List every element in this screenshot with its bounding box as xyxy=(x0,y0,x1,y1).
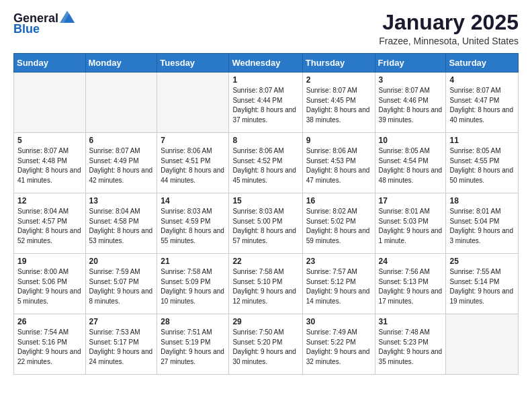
calendar-cell: 27Sunrise: 7:53 AMSunset: 5:17 PMDayligh… xyxy=(85,314,157,375)
calendar-cell: 30Sunrise: 7:49 AMSunset: 5:22 PMDayligh… xyxy=(302,314,375,375)
day-number: 17 xyxy=(379,196,443,205)
day-number: 7 xyxy=(161,136,225,145)
day-number: 30 xyxy=(306,317,371,326)
day-number: 1 xyxy=(232,75,298,85)
day-info: Sunrise: 8:07 AMSunset: 4:47 PMDaylight:… xyxy=(449,86,515,125)
header-sunday: Sunday xyxy=(14,54,86,73)
day-info: Sunrise: 7:59 AMSunset: 5:07 PMDaylight:… xyxy=(89,267,154,306)
day-number: 11 xyxy=(449,136,515,145)
day-number: 20 xyxy=(89,257,154,266)
calendar-cell: 23Sunrise: 7:57 AMSunset: 5:12 PMDayligh… xyxy=(302,254,375,314)
calendar-cell: 11Sunrise: 8:05 AMSunset: 4:55 PMDayligh… xyxy=(446,133,519,193)
day-number: 29 xyxy=(232,317,298,326)
week-row-2: 5Sunrise: 8:07 AMSunset: 4:48 PMDaylight… xyxy=(14,133,519,193)
calendar-cell: 18Sunrise: 8:01 AMSunset: 5:04 PMDayligh… xyxy=(446,193,519,254)
day-number: 14 xyxy=(161,196,225,205)
calendar-cell: 20Sunrise: 7:59 AMSunset: 5:07 PMDayligh… xyxy=(85,254,157,314)
calendar-cell xyxy=(157,73,229,133)
calendar-cell: 2Sunrise: 8:07 AMSunset: 4:45 PMDaylight… xyxy=(302,73,375,133)
day-info: Sunrise: 7:53 AMSunset: 5:17 PMDaylight:… xyxy=(89,328,154,367)
week-row-4: 19Sunrise: 8:00 AMSunset: 5:06 PMDayligh… xyxy=(14,254,519,314)
day-number: 10 xyxy=(379,136,443,145)
calendar-cell: 12Sunrise: 8:04 AMSunset: 4:57 PMDayligh… xyxy=(14,193,86,254)
day-number: 6 xyxy=(89,136,154,145)
day-info: Sunrise: 7:54 AMSunset: 5:16 PMDaylight:… xyxy=(17,328,82,367)
logo-icon xyxy=(60,11,75,23)
header: General Blue January 2025 Frazee, Minnes… xyxy=(13,11,519,46)
day-info: Sunrise: 8:02 AMSunset: 5:02 PMDaylight:… xyxy=(306,207,371,246)
calendar-cell: 14Sunrise: 8:03 AMSunset: 4:59 PMDayligh… xyxy=(157,193,229,254)
day-number: 13 xyxy=(89,196,154,205)
calendar-cell: 28Sunrise: 7:51 AMSunset: 5:19 PMDayligh… xyxy=(157,314,229,375)
day-info: Sunrise: 8:03 AMSunset: 5:00 PMDaylight:… xyxy=(232,207,298,246)
week-row-5: 26Sunrise: 7:54 AMSunset: 5:16 PMDayligh… xyxy=(14,314,519,375)
day-info: Sunrise: 7:57 AMSunset: 5:12 PMDaylight:… xyxy=(306,267,371,306)
day-info: Sunrise: 8:07 AMSunset: 4:45 PMDaylight:… xyxy=(306,86,371,125)
day-info: Sunrise: 7:51 AMSunset: 5:19 PMDaylight:… xyxy=(161,328,225,367)
day-number: 15 xyxy=(232,196,298,205)
calendar-cell: 8Sunrise: 8:06 AMSunset: 4:52 PMDaylight… xyxy=(229,133,302,193)
calendar-cell: 24Sunrise: 7:56 AMSunset: 5:13 PMDayligh… xyxy=(375,254,446,314)
day-info: Sunrise: 8:01 AMSunset: 5:04 PMDaylight:… xyxy=(449,207,515,246)
calendar-cell: 16Sunrise: 8:02 AMSunset: 5:02 PMDayligh… xyxy=(302,193,375,254)
day-info: Sunrise: 8:04 AMSunset: 4:58 PMDaylight:… xyxy=(89,207,154,246)
day-number: 28 xyxy=(161,317,225,326)
day-number: 5 xyxy=(17,136,82,145)
day-number: 12 xyxy=(17,196,82,205)
day-info: Sunrise: 7:58 AMSunset: 5:10 PMDaylight:… xyxy=(232,267,298,306)
day-number: 21 xyxy=(161,257,225,266)
logo: General Blue xyxy=(13,11,75,35)
header-saturday: Saturday xyxy=(446,54,519,73)
calendar-cell: 6Sunrise: 8:07 AMSunset: 4:49 PMDaylight… xyxy=(85,133,157,193)
calendar-cell xyxy=(85,73,157,133)
calendar-cell: 17Sunrise: 8:01 AMSunset: 5:03 PMDayligh… xyxy=(375,193,446,254)
day-number: 9 xyxy=(306,136,371,145)
calendar-cell: 21Sunrise: 7:58 AMSunset: 5:09 PMDayligh… xyxy=(157,254,229,314)
day-number: 4 xyxy=(449,75,515,85)
calendar-cell: 19Sunrise: 8:00 AMSunset: 5:06 PMDayligh… xyxy=(14,254,86,314)
day-number: 18 xyxy=(449,196,515,205)
day-info: Sunrise: 7:55 AMSunset: 5:14 PMDaylight:… xyxy=(449,267,515,306)
calendar-cell: 15Sunrise: 8:03 AMSunset: 5:00 PMDayligh… xyxy=(229,193,302,254)
calendar-cell: 29Sunrise: 7:50 AMSunset: 5:20 PMDayligh… xyxy=(229,314,302,375)
day-info: Sunrise: 8:06 AMSunset: 4:52 PMDaylight:… xyxy=(232,146,298,185)
header-tuesday: Tuesday xyxy=(157,54,229,73)
title-block: January 2025 Frazee, Minnesota, United S… xyxy=(379,11,519,46)
day-number: 19 xyxy=(17,257,82,266)
day-info: Sunrise: 8:06 AMSunset: 4:51 PMDaylight:… xyxy=(161,146,225,185)
day-info: Sunrise: 7:49 AMSunset: 5:22 PMDaylight:… xyxy=(306,328,371,367)
calendar-cell: 13Sunrise: 8:04 AMSunset: 4:58 PMDayligh… xyxy=(85,193,157,254)
week-row-3: 12Sunrise: 8:04 AMSunset: 4:57 PMDayligh… xyxy=(14,193,519,254)
day-number: 24 xyxy=(379,257,443,266)
header-wednesday: Wednesday xyxy=(229,54,302,73)
day-info: Sunrise: 8:05 AMSunset: 4:54 PMDaylight:… xyxy=(379,146,443,185)
day-info: Sunrise: 8:07 AMSunset: 4:46 PMDaylight:… xyxy=(379,86,443,125)
calendar-cell: 26Sunrise: 7:54 AMSunset: 5:16 PMDayligh… xyxy=(14,314,86,375)
day-info: Sunrise: 8:05 AMSunset: 4:55 PMDaylight:… xyxy=(449,146,515,185)
month-title: January 2025 xyxy=(379,11,519,34)
day-info: Sunrise: 8:04 AMSunset: 4:57 PMDaylight:… xyxy=(17,207,82,246)
day-number: 8 xyxy=(232,136,298,145)
calendar-cell: 9Sunrise: 8:06 AMSunset: 4:53 PMDaylight… xyxy=(302,133,375,193)
logo-blue-text: Blue xyxy=(13,23,40,35)
calendar-cell: 5Sunrise: 8:07 AMSunset: 4:48 PMDaylight… xyxy=(14,133,86,193)
calendar-cell xyxy=(446,314,519,375)
day-info: Sunrise: 7:48 AMSunset: 5:23 PMDaylight:… xyxy=(379,328,443,367)
day-info: Sunrise: 8:06 AMSunset: 4:53 PMDaylight:… xyxy=(306,146,371,185)
day-info: Sunrise: 8:00 AMSunset: 5:06 PMDaylight:… xyxy=(17,267,82,306)
day-number: 22 xyxy=(232,257,298,266)
calendar-cell: 4Sunrise: 8:07 AMSunset: 4:47 PMDaylight… xyxy=(446,73,519,133)
day-info: Sunrise: 7:50 AMSunset: 5:20 PMDaylight:… xyxy=(232,328,298,367)
day-number: 27 xyxy=(89,317,154,326)
calendar-cell: 22Sunrise: 7:58 AMSunset: 5:10 PMDayligh… xyxy=(229,254,302,314)
day-number: 23 xyxy=(306,257,371,266)
day-info: Sunrise: 8:07 AMSunset: 4:49 PMDaylight:… xyxy=(89,146,154,185)
page: General Blue January 2025 Frazee, Minnes… xyxy=(0,0,532,385)
calendar-cell: 31Sunrise: 7:48 AMSunset: 5:23 PMDayligh… xyxy=(375,314,446,375)
calendar-cell: 7Sunrise: 8:06 AMSunset: 4:51 PMDaylight… xyxy=(157,133,229,193)
calendar-cell: 25Sunrise: 7:55 AMSunset: 5:14 PMDayligh… xyxy=(446,254,519,314)
day-info: Sunrise: 8:07 AMSunset: 4:44 PMDaylight:… xyxy=(232,86,298,125)
calendar: SundayMondayTuesdayWednesdayThursdayFrid… xyxy=(13,53,519,375)
day-number: 25 xyxy=(449,257,515,266)
calendar-header-row: SundayMondayTuesdayWednesdayThursdayFrid… xyxy=(14,54,519,73)
